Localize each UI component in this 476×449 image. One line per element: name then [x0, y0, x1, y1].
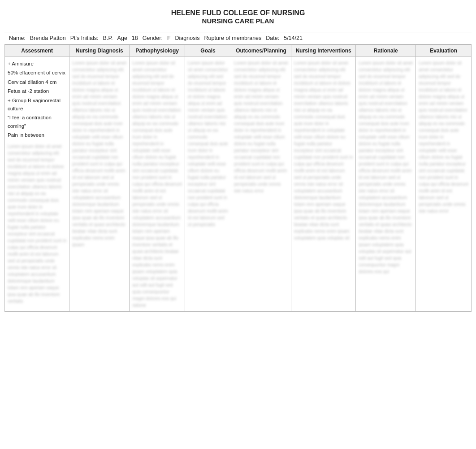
- header-evaluation: Evaluation: [416, 45, 472, 57]
- nursing-diagnosis-blurred: Lorem ipsum dolor sit amet consectetur a…: [72, 60, 126, 248]
- page-header: HELENE FULD COLLEGE OF NURSING NURSING C…: [4, 9, 472, 25]
- assessment-blurred-text: Lorem ipsum dolor sit amet consectetur a…: [8, 143, 66, 305]
- assessment-item-pain: Pain in between: [8, 131, 66, 139]
- evaluation-blurred: Lorem ipsum dolor sit amet consectetur a…: [419, 60, 468, 214]
- patient-gender: F: [167, 35, 171, 41]
- plan-title: NURSING CARE PLAN: [4, 17, 472, 25]
- page-container: HELENE FULD COLLEGE OF NURSING NURSING C…: [0, 0, 476, 449]
- care-plan-table: Assessment Nursing Diagnosis Pathophysio…: [4, 44, 472, 312]
- rationale-cell: Lorem ipsum dolor sit amet consectetur a…: [356, 57, 416, 312]
- patient-date: 5/14/21: [284, 35, 303, 41]
- evaluation-cell: Lorem ipsum dolor sit amet consectetur a…: [416, 57, 472, 312]
- header-rationale: Rationale: [356, 45, 416, 57]
- assessment-item-amnisure: + Amnisure: [8, 60, 66, 68]
- patient-info-bar: Name: Brenda Patton Pt's Initials: B.P. …: [4, 32, 472, 44]
- header-outcomes-planning: Outcomes/Planning: [231, 45, 291, 57]
- nursing-diagnosis-cell: Lorem ipsum dolor sit amet consectetur a…: [69, 57, 130, 312]
- header-nursing-interventions: Nursing Interventions: [291, 45, 356, 57]
- date-label: Date:: [266, 35, 279, 41]
- assessment-item-effacement: 50% effacement of cervix: [8, 69, 66, 77]
- assessment-item-station: Fetus at -2 station: [8, 87, 66, 95]
- header-pathophysiology: Pathophysiology: [130, 45, 185, 57]
- assessment-blurred: Lorem ipsum dolor sit amet consectetur a…: [8, 143, 66, 305]
- patient-initials: B.P.: [103, 35, 113, 41]
- name-label: Name:: [9, 35, 26, 41]
- header-goals: Goals: [185, 45, 231, 57]
- initials-label: Pt's Initials:: [70, 35, 99, 41]
- age-label: Age: [117, 35, 127, 41]
- assessment-text: + Amnisure 50% effacement of cervix Cerv…: [8, 60, 66, 139]
- outcomes-planning-blurred: Lorem ipsum dolor sit amet consectetur a…: [234, 60, 288, 194]
- assessment-cell: + Amnisure 50% effacement of cervix Cerv…: [5, 57, 69, 312]
- goals-cell: Lorem ipsum dolor sit amet consectetur a…: [185, 57, 231, 312]
- diagnosis-label: Diagnosis: [175, 35, 200, 41]
- pathophysiology-blurred: Lorem ipsum dolor sit amet consectetur a…: [132, 60, 182, 309]
- nursing-interventions-cell: Lorem ipsum dolor sit amet consectetur a…: [291, 57, 356, 312]
- rationale-blurred: Lorem ipsum dolor sit amet consectetur a…: [359, 60, 413, 275]
- assessment-item-group-b: + Group B vaginorectal culture: [8, 96, 66, 113]
- college-name: HELENE FULD COLLEGE OF NURSING: [4, 9, 472, 17]
- table-row: + Amnisure 50% effacement of cervix Cerv…: [5, 57, 472, 312]
- header-assessment: Assessment: [5, 45, 69, 57]
- outcomes-planning-cell: Lorem ipsum dolor sit amet consectetur a…: [231, 57, 291, 312]
- patient-name: Brenda Patton: [30, 35, 66, 41]
- goals-blurred: Lorem ipsum dolor sit amet consectetur a…: [188, 60, 228, 228]
- patient-diagnosis: Rupture of membranes: [204, 35, 261, 41]
- assessment-item-contraction: “I feel a contraction coming”: [8, 113, 66, 130]
- gender-label: Gender:: [143, 35, 163, 41]
- patient-age: 18: [132, 35, 138, 41]
- header-nursing-diagnosis: Nursing Diagnosis: [69, 45, 130, 57]
- nursing-interventions-blurred: Lorem ipsum dolor sit amet consectetur a…: [294, 60, 353, 241]
- pathophysiology-cell: Lorem ipsum dolor sit amet consectetur a…: [130, 57, 185, 312]
- assessment-item-dilation: Cervical dilation 4 cm: [8, 78, 66, 86]
